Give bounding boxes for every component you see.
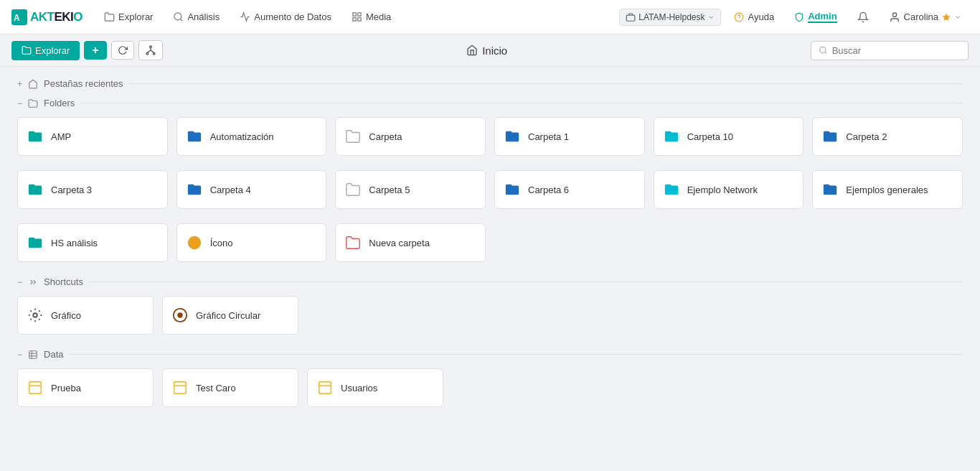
folder-carpeta1[interactable]: Carpeta 1 — [494, 117, 645, 156]
recent-tabs-label: Pestañas recientes — [44, 78, 123, 89]
data-usuarios[interactable]: Usuarios — [307, 368, 443, 407]
shortcuts-toggle[interactable]: − — [17, 277, 22, 287]
refresh-button[interactable] — [111, 41, 134, 60]
shortcuts-section-header: − Shortcuts — [17, 276, 963, 287]
folder-hs-analisis-icon — [27, 234, 44, 251]
data-test-caro-label: Test Caro — [196, 383, 236, 393]
data-toggle[interactable]: − — [17, 350, 22, 360]
folders-toggle[interactable]: − — [17, 98, 22, 108]
svg-line-19 — [148, 50, 151, 52]
nav-analisis[interactable]: Análisis — [166, 7, 227, 27]
folder-nueva-carpeta-label: Nueva carpeta — [369, 238, 430, 248]
folder-hs-analisis[interactable]: HS análisis — [17, 223, 168, 262]
hierarchy-button[interactable] — [138, 40, 163, 60]
data-prueba[interactable]: Prueba — [17, 368, 154, 407]
main-content: + Pestañas recientes − Folders AMP Autom… — [0, 67, 980, 433]
user-profile[interactable]: Carolina — [882, 8, 969, 27]
data-test-caro[interactable]: Test Caro — [162, 368, 298, 407]
folder-amp[interactable]: AMP — [17, 117, 168, 156]
folder-carpeta2[interactable]: Carpeta 2 — [812, 117, 963, 156]
help-icon — [734, 12, 744, 22]
explorar-button[interactable]: Explorar — [11, 41, 80, 60]
folders-section-header: − Folders — [17, 98, 963, 108]
home-icon — [466, 45, 478, 56]
explorar-bar: Explorar Inicio — [0, 34, 980, 67]
folder-carpeta6-icon — [504, 181, 521, 198]
explorar-btn-label: Explorar — [35, 45, 70, 56]
folder-ejemplos-generales[interactable]: Ejemplos generales — [812, 170, 963, 209]
folder-carpeta1-label: Carpeta 1 — [528, 131, 569, 142]
folder-carpeta2-icon — [821, 128, 839, 145]
folder-automatizacion-icon — [186, 128, 203, 145]
folder-carpeta5[interactable]: Carpeta 5 — [335, 170, 486, 209]
folder-icono-icon — [186, 234, 203, 251]
folder-automatizacion[interactable]: Automatización — [176, 117, 327, 156]
folder-carpeta3[interactable]: Carpeta 3 — [17, 170, 168, 209]
folder-nueva-carpeta[interactable]: Nueva carpeta — [335, 223, 486, 262]
svg-rect-6 — [353, 18, 356, 21]
nav-explorar[interactable]: Explorar — [97, 7, 160, 27]
folder-amp-label: AMP — [51, 131, 71, 142]
chart-nav-icon — [240, 11, 250, 22]
folder-carpeta[interactable]: Carpeta — [335, 117, 486, 156]
data-label: Data — [44, 349, 63, 360]
nav-analisis-label: Análisis — [187, 11, 220, 22]
folder-carpeta3-label: Carpeta 3 — [51, 185, 92, 195]
svg-point-21 — [820, 47, 826, 52]
shortcuts-row: Gráfico Gráfico Circular — [17, 296, 963, 335]
svg-line-20 — [151, 50, 154, 52]
notifications-bell[interactable] — [850, 8, 876, 27]
svg-text:A: A — [14, 13, 20, 23]
svg-point-11 — [892, 13, 896, 17]
add-button[interactable] — [84, 41, 107, 60]
svg-rect-33 — [174, 382, 187, 394]
folder-carpeta6[interactable]: Carpeta 6 — [494, 170, 645, 209]
ayuda-badge[interactable]: Ayuda — [727, 8, 781, 26]
briefcase-icon — [626, 12, 636, 22]
folder-carpeta2-label: Carpeta 2 — [846, 131, 887, 142]
svg-rect-31 — [29, 382, 42, 394]
search-box[interactable] — [811, 41, 969, 60]
latam-helpdesk-badge[interactable]: LATAM-Helpdesk — [619, 9, 721, 26]
data-icon — [28, 350, 38, 360]
shortcut-grafico-label: Gráfico — [51, 310, 81, 321]
folder-carpeta10[interactable]: Carpeta 10 — [654, 117, 804, 156]
search-input[interactable] — [832, 45, 961, 56]
shortcut-grafico-circular-icon — [171, 307, 189, 324]
user-chevron-icon — [954, 14, 961, 21]
grid-nav-icon — [352, 11, 362, 22]
folder-carpeta4[interactable]: Carpeta 4 — [176, 170, 327, 209]
nav-aumento-datos[interactable]: Aumento de Datos — [232, 7, 339, 27]
nav-right: LATAM-Helpdesk Ayuda Admin Carolina — [619, 7, 969, 27]
folder-carpeta10-label: Carpeta 10 — [687, 131, 733, 142]
divider — [129, 83, 963, 84]
shortcuts-icon — [28, 277, 38, 287]
refresh-icon — [118, 45, 128, 55]
folder-ejemplo-network[interactable]: Ejemplo Network — [654, 170, 804, 209]
svg-marker-12 — [943, 14, 950, 21]
svg-point-24 — [33, 313, 37, 317]
tabs-icon — [28, 79, 38, 89]
folder-ejemplo-network-icon — [663, 181, 680, 198]
folder-carpeta4-label: Carpeta 4 — [210, 185, 251, 195]
svg-line-3 — [181, 19, 183, 21]
recent-tabs-toggle[interactable]: + — [17, 79, 22, 89]
folder-ejemplo-network-label: Ejemplo Network — [687, 185, 758, 195]
admin-badge[interactable]: Admin — [787, 7, 844, 27]
shortcuts-label: Shortcuts — [44, 276, 83, 287]
folder-carpeta-label: Carpeta — [369, 131, 402, 142]
shortcut-grafico-circular[interactable]: Gráfico Circular — [162, 296, 298, 335]
folder-ejemplos-generales-label: Ejemplos generales — [846, 185, 928, 195]
svg-point-26 — [178, 313, 182, 317]
divider — [69, 354, 963, 355]
data-usuarios-label: Usuarios — [341, 383, 377, 393]
admin-icon — [794, 12, 804, 22]
logo: A AKTEKIO — [11, 9, 83, 25]
page-title: Inicio — [163, 45, 811, 57]
nav-media[interactable]: Media — [344, 7, 398, 27]
latam-label: LATAM-Helpdesk — [639, 12, 705, 22]
folder-icono[interactable]: Ícono — [176, 223, 327, 262]
folder-carpeta1-icon — [504, 128, 521, 145]
divider — [80, 103, 963, 103]
shortcut-grafico[interactable]: Gráfico — [17, 296, 154, 335]
